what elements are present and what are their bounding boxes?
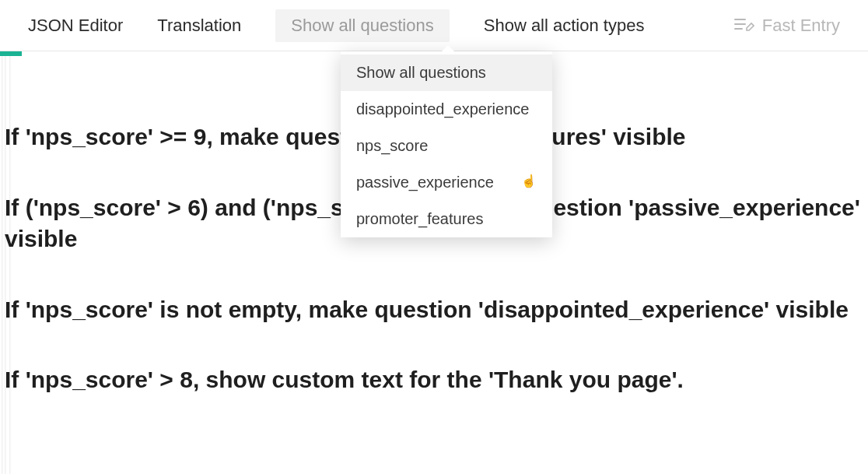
dropdown-option-promoter-features[interactable]: promoter_features — [341, 201, 552, 237]
rule-item[interactable]: If 'nps_score' > 8, show custom text for… — [5, 364, 868, 396]
toolbar: JSON Editor Translation Show all questio… — [0, 0, 868, 51]
pointer-cursor-icon: ☝ — [521, 175, 537, 188]
tab-json-editor[interactable]: JSON Editor — [28, 16, 123, 36]
filter-action-types-dropdown[interactable]: Show all action types — [484, 16, 645, 36]
questions-dropdown-menu: Show all questions disappointed_experien… — [341, 51, 552, 237]
dropdown-option-passive-experience[interactable]: passive_experience ☝ — [341, 164, 552, 201]
dropdown-option-label: promoter_features — [356, 210, 483, 228]
dropdown-option-label: Show all questions — [356, 64, 486, 82]
edit-list-icon — [734, 17, 754, 34]
rule-item[interactable]: If 'nps_score' is not empty, make questi… — [5, 294, 868, 326]
dropdown-option-label: nps_score — [356, 137, 428, 155]
dropdown-option-disappointed-experience[interactable]: disappointed_experience — [341, 91, 552, 128]
dropdown-option-all[interactable]: Show all questions — [341, 54, 552, 91]
dropdown-option-nps-score[interactable]: nps_score — [341, 128, 552, 164]
fast-entry-label: Fast Entry — [762, 16, 840, 36]
fast-entry-button[interactable]: Fast Entry — [734, 16, 840, 36]
accent-bar — [0, 51, 22, 56]
filter-questions-dropdown[interactable]: Show all questions — [275, 9, 449, 42]
tab-translation[interactable]: Translation — [157, 16, 241, 36]
dropdown-option-label: passive_experience — [356, 174, 494, 191]
dropdown-option-label: disappointed_experience — [356, 100, 529, 118]
